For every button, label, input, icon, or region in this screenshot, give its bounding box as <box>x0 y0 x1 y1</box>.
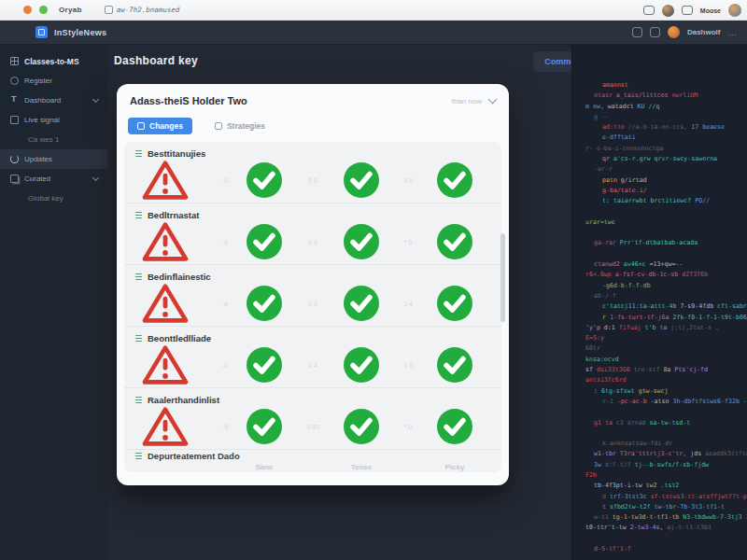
sidebar-item-label: Updates <box>24 155 52 163</box>
code-line: t0-ttr't-tw 2-tw3-4s, aj-t-t1-t3b1 <box>585 523 743 533</box>
table-row: Beonttledlliade-02 41 0 <box>124 327 501 388</box>
tab-strategies[interactable]: Strategies <box>205 118 275 134</box>
footer-col-label: Tense <box>351 463 373 471</box>
person-icon <box>10 77 19 85</box>
extension-icon[interactable] <box>643 6 655 15</box>
row-bullet-icon <box>135 150 142 157</box>
cell-hint: -e <box>222 301 228 307</box>
code-line: -g6d-b-f-f-db <box>585 281 743 291</box>
check-name: Raalerthandinlist <box>148 395 219 405</box>
chat-icon <box>137 122 145 130</box>
sidebar-item-label: Classes-to-MS <box>24 57 79 66</box>
tab-changes[interactable]: Changes <box>128 118 192 134</box>
code-line: ctanwd2 av46+c =13+qw=-- <box>585 259 743 270</box>
code-line <box>585 249 743 259</box>
code-line: d trf-3tst3c sf-tstws3-tt-atsffjwtf?t-p … <box>585 492 743 502</box>
cell-hint: 1 0 <box>403 362 413 369</box>
code-line: d-5-tf'1-f <box>585 544 743 554</box>
code-line: 3w d:f-t/f tj--b-swfs/f-sb-fjdw <box>585 460 743 470</box>
code-line: amaonst <box>585 80 743 91</box>
code-line: w1-tbr T3ra'tttrtj3-c'tr, jds asaddk3tt?… <box>585 449 743 459</box>
check-name: Bedltrnastat <box>148 210 199 220</box>
window-zoom-light[interactable] <box>39 6 48 14</box>
code-line: ad:tto /ra-b-ta-on-ccs, 17 beaese <box>585 122 743 133</box>
code-line <box>585 228 743 238</box>
sidebar-item-updates[interactable]: Updates <box>0 149 107 169</box>
apps-grid-icon[interactable] <box>682 6 693 15</box>
code-line <box>585 207 743 217</box>
warning-triangle-icon <box>140 220 190 263</box>
code-line: c'tatcj11:ta-attt-4b 7-s9-4fdb cft-sabrr… <box>585 301 743 312</box>
account-avatar[interactable] <box>662 5 674 17</box>
footer-col-label: Picky <box>445 463 465 471</box>
browser-tab-title[interactable]: Oryab <box>59 6 82 14</box>
notifications-icon[interactable] <box>632 27 642 37</box>
table-row: Besttitanujies-00 01 0 <box>124 142 501 203</box>
sidebar-item-curated[interactable]: Curated <box>0 169 107 189</box>
code-editor-panel[interactable]: amaonstotasr a_tais/littcos owrliUMm ow,… <box>571 45 747 560</box>
browser-profile-label[interactable]: Moose <box>700 7 721 14</box>
check-pass-icon <box>246 408 283 445</box>
window-minimize-light[interactable] <box>23 6 32 14</box>
sidebar-item-register[interactable]: Register <box>0 71 107 91</box>
row-bullet-icon <box>135 212 142 218</box>
check-pass-icon <box>343 346 380 384</box>
cell-hint: 1 0 <box>403 177 413 184</box>
code-line: t: taiarrwbt brctitiewcf PO// <box>585 196 743 206</box>
refresh-icon <box>10 155 19 163</box>
code-line: t sfbd2tw-t2f tw-tbr-Tb-3t3-tf1-t <box>585 502 743 512</box>
app-logo-icon[interactable] <box>35 26 48 38</box>
code-line <box>585 407 743 417</box>
check-name: Beonttledlliade <box>148 333 211 343</box>
overflow-menu-icon[interactable]: ... <box>727 28 738 37</box>
user-avatar[interactable] <box>668 26 680 38</box>
table-footer: Depurteatement Dado Sane Tense Picky <box>124 450 501 472</box>
dropdown-value: than now <box>452 97 482 105</box>
warning-triangle-icon <box>140 159 190 202</box>
address-bar[interactable]: aw-7h2.bnamused <box>105 6 180 14</box>
sidebar-item-label: Curated <box>24 175 50 183</box>
code-line: E=5:y <box>585 333 743 343</box>
check-pass-icon <box>246 346 283 384</box>
code-line: F2b <box>585 470 743 481</box>
page-title: Dashboard key <box>114 54 198 67</box>
card-title: Adass-theiS Holder Two <box>130 95 247 106</box>
code-line: r 1-fs-turt-tf-j6a 2fk-f0-1-f-1-t9t-b06-… <box>585 313 743 323</box>
cell-hint: 0 40 <box>306 424 319 430</box>
table-row: Bedltrnastat-00 4* 0 <box>124 203 501 265</box>
sidebar-item-ca-wes-1[interactable]: Ca wes 1 <box>0 130 107 149</box>
sidebar-item-live-signal[interactable]: Live signal <box>0 110 107 130</box>
settings-icon[interactable] <box>650 27 660 37</box>
checks-table: Besttitanujies-00 01 0Bedltrnastat-00 4*… <box>124 142 501 472</box>
code-line: tb-4f3pt-i-tw tw2 .tst2 <box>585 481 743 491</box>
row-bullet-icon <box>135 453 142 459</box>
check-pass-icon <box>246 161 283 199</box>
code-line: t 6tg-sfswt gtw-swcj <box>585 386 743 397</box>
card-range-dropdown[interactable]: than now <box>452 97 496 105</box>
grid-icon <box>10 57 19 65</box>
stack-icon <box>10 175 19 183</box>
card-scrollbar[interactable] <box>500 233 505 322</box>
cell-hint: * 0 <box>404 239 413 245</box>
sidebar-item-global-key[interactable]: Global key <box>0 189 107 208</box>
sidebar-item-dashboard[interactable]: Dashboard <box>0 91 107 110</box>
check-pass-icon <box>343 161 380 199</box>
cell-hint: 0 0 <box>308 301 317 307</box>
cell-hint: 2 4 <box>308 362 317 369</box>
check-pass-icon <box>436 346 473 384</box>
sidebar-item-classes-to-ms[interactable]: Classes-to-MS <box>0 51 107 71</box>
code-line: patn g/irtad <box>585 175 743 186</box>
cell-hint: -0 <box>222 239 228 245</box>
screen: Oryab aw-7h2.bnamused Moose InStyleNews … <box>0 0 747 560</box>
code-line: w-t1 tg-1-tw3d-t-tf1-tb N3-tbdwwb-7-3tj3… <box>585 512 743 523</box>
cell-hint: -0 <box>222 177 228 184</box>
table-row: Bedinflainestic-e0 01 4 <box>124 265 501 327</box>
row-bullet-icon <box>135 273 142 280</box>
footer-row-label: Depurteatement Dado <box>124 451 240 461</box>
check-pass-icon <box>246 285 283 322</box>
check-pass-icon <box>343 408 380 445</box>
site-security-icon <box>105 6 113 14</box>
code-line: r-1 -pc-ac-b -atso 3h-dbftfstws6-f32b -d… <box>585 397 743 407</box>
doc-icon <box>10 116 19 124</box>
profile-avatar[interactable] <box>728 4 741 17</box>
